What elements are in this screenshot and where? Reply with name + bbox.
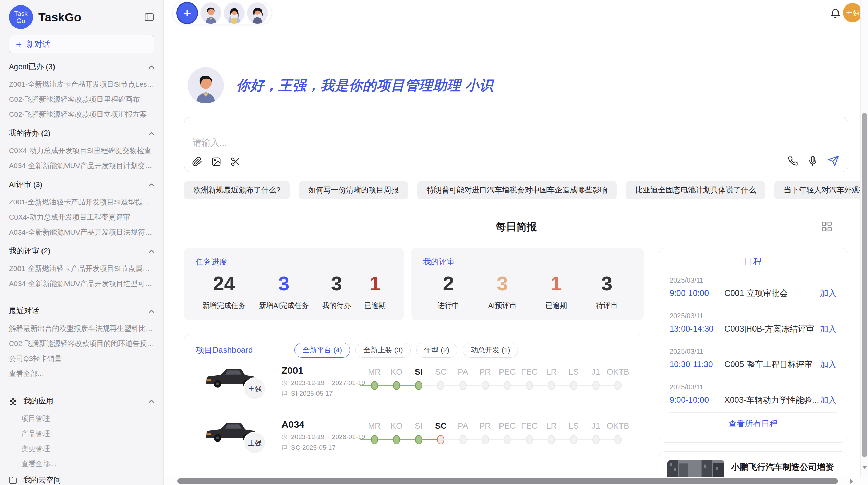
horizontal-scrollbar-thumb[interactable] [177, 478, 838, 484]
event-title: X003-车辆动力学性能验... [724, 395, 820, 406]
milestone-dot [614, 381, 622, 390]
new-chat-button[interactable]: + 新对话 [9, 35, 154, 53]
filter-pill[interactable]: 全新上装 (3) [355, 343, 411, 358]
milestone-dot [570, 435, 577, 444]
section-header-ai-review[interactable]: AI评审 (3) [9, 175, 154, 195]
send-icon[interactable] [828, 155, 839, 167]
paperclip-icon[interactable] [192, 157, 202, 167]
input-placeholder: 请输入... [193, 137, 227, 149]
suggestion-chip[interactable]: 当下年轻人对汽车外观有怎样的喜好趋势 [774, 181, 860, 199]
milestone-dot [415, 381, 422, 390]
user-avatar[interactable]: 王强 [843, 3, 860, 22]
project-dates: 2023-12-19 ~ 2027-01-19 [281, 379, 365, 387]
filter-pill[interactable]: 动总开发 (1) [463, 343, 518, 358]
join-link[interactable]: 加入 [820, 323, 836, 334]
milestone-dot [526, 381, 533, 390]
sidebar-item[interactable]: A034-全新新能源MUV产品开发项目法规符合性评审 [9, 225, 154, 240]
recent-chat-item[interactable]: 公司Q3轻卡销量 [9, 351, 154, 366]
app-item-project-mgmt[interactable]: 项目管理 [9, 411, 154, 426]
suggestion-chip[interactable]: 比亚迪全固态电池计划具体说了什么 [626, 181, 765, 199]
sidebar-item[interactable]: C0X4-动力总成开发项目工程变更评审 [9, 210, 154, 225]
sidebar-item[interactable]: A034-全新新能源MUV产品开发项目造型可行性评审 [9, 276, 154, 291]
section-header-my-todo[interactable]: 我的待办 (2) [9, 123, 154, 143]
assistant-avatar [188, 67, 224, 103]
milestone-dot [614, 435, 622, 444]
suggestion-chip[interactable]: 特朗普可能对进口汽车增税会对中国车企造成哪些影响 [417, 181, 617, 199]
project-milestone-flag: SC-2025-05-17 [281, 444, 365, 451]
scroll-right-arrow-icon[interactable] [850, 479, 853, 484]
phone-icon[interactable] [788, 156, 798, 166]
sidebar-item[interactable]: Z001-全新燃油轻卡产品开发项目SI节点属性5D文件评审 [9, 261, 154, 276]
flag-icon [281, 390, 288, 397]
recent-chat-item[interactable]: 解释最新出台的欧盟报废车法规再生塑料比例被调至15%... [9, 321, 154, 336]
section-header-my-apps[interactable]: 我的应用 [9, 391, 154, 411]
section-label: 我的应用 [23, 396, 53, 406]
join-link[interactable]: 加入 [820, 395, 836, 406]
filter-pill[interactable]: 年型 (2) [416, 343, 457, 358]
news-image [667, 460, 724, 477]
app-item-product-mgmt[interactable]: 产品管理 [9, 426, 154, 441]
recent-chat-item[interactable]: C02-飞腾新能源轻客改款项目的闭环通告反馈情况 [9, 336, 154, 351]
avatar[interactable] [224, 2, 245, 24]
sidebar-item[interactable]: C02-飞腾新能源轻客改款项目里程碑画布 [9, 92, 154, 107]
clock-icon [281, 434, 288, 440]
horizontal-scrollbar[interactable] [164, 477, 868, 485]
sidebar-item[interactable]: C02-飞腾新能源轻客改款项目立项汇报方案 [9, 107, 154, 122]
suggestion-chip[interactable]: 如何写一份清晰的项目周报 [299, 181, 408, 199]
vertical-scrollbar[interactable] [860, 0, 868, 477]
view-all-apps-link[interactable]: 查看全部... [9, 456, 154, 471]
suggestion-chip[interactable]: 欧洲新规最近颁布了什么? [184, 181, 290, 199]
event-title: C003|H0B-方案冻结评审 [724, 323, 820, 334]
microphone-icon[interactable] [808, 156, 818, 166]
collapse-sidebar-icon[interactable] [144, 12, 154, 22]
project-owner-badge: 王强 [243, 432, 266, 454]
milestone-LR: LR [540, 366, 563, 390]
filter-pill[interactable]: 全新平台 (4) [294, 343, 350, 358]
milestone-LR: LR [540, 420, 563, 444]
event-title: C001-立项审批会 [724, 288, 820, 299]
app-item-change-mgmt[interactable]: 变更管理 [9, 441, 154, 456]
milestone-dot [526, 435, 533, 444]
section-header-recent-chats[interactable]: 最近对话 [9, 301, 154, 321]
image-icon[interactable] [211, 157, 221, 167]
scissors-icon[interactable] [230, 157, 241, 167]
project-row[interactable]: 王强 A034 2023-12-19 ~ 2026-01-19 SC-2025-… [184, 414, 643, 469]
section-header-my-review[interactable]: 我的评审 (2) [9, 241, 154, 261]
milestone-dot [548, 381, 555, 390]
view-all-chats-link[interactable]: 查看全部... [9, 366, 154, 381]
apps-grid-icon [9, 397, 17, 405]
event-date: 2025/03/11 [670, 348, 836, 356]
sidebar-item[interactable]: Z001-全新燃油轻卡产品开发项目SI造型提交物评审 [9, 195, 154, 210]
add-session-button[interactable]: + [176, 2, 198, 24]
milestone-SC: SC [430, 420, 452, 444]
layout-grid-icon[interactable] [821, 221, 833, 234]
schedule-event: 2025/03/11 10:30-11:30 C005-整车工程目标评审 加入 [669, 341, 837, 377]
chevron-up-icon [149, 399, 154, 403]
chevron-up-icon [149, 309, 154, 313]
chat-input[interactable]: 请输入... [184, 117, 848, 172]
milestone-timeline: MRKOSISCPAPRPECFECLRLSJ1OKTB [363, 366, 635, 403]
notifications-bell-icon[interactable] [830, 8, 841, 21]
section-header-agent-done[interactable]: Agent已办 (3) [9, 57, 154, 77]
scroll-down-arrow-icon[interactable] [862, 466, 867, 469]
join-link[interactable]: 加入 [820, 359, 836, 370]
sidebar-item[interactable]: A034-全新新能源MUV产品开发项目计划变更表编写 [9, 158, 154, 173]
divider [8, 386, 156, 386]
vertical-scrollbar-thumb[interactable] [862, 113, 867, 457]
milestone-dot [504, 435, 511, 444]
stat: 3待评审 [596, 273, 618, 310]
event-date: 2025/03/11 [670, 276, 836, 284]
sidebar-item[interactable]: Z001-全新燃油皮卡产品开发项目SI节点Lesson Learn报告 [9, 77, 154, 92]
project-milestone-flag: SI-2025-05-17 [281, 390, 365, 397]
milestone-dot [459, 435, 467, 444]
milestone-dot [570, 381, 577, 390]
join-link[interactable]: 加入 [820, 288, 836, 299]
view-all-schedule-link[interactable]: 查看所有日程 [669, 418, 837, 429]
sidebar-item[interactable]: C0X4-动力总成开发项目SI里程碑提交物检查 [9, 143, 154, 158]
project-row[interactable]: 王强 Z001 2023-12-19 ~ 2027-01-19 SI-2025-… [184, 360, 643, 414]
news-card[interactable]: 小鹏飞行汽车制造公司增资 天眼查 App 显示，近日广州汇天飞行汽 [659, 451, 847, 477]
sidebar-item-cloud-space[interactable]: 我的云空间 [9, 471, 154, 485]
avatar[interactable] [247, 2, 268, 24]
daily-briefing-title: 每日简报 [184, 219, 848, 235]
avatar[interactable] [200, 2, 221, 24]
